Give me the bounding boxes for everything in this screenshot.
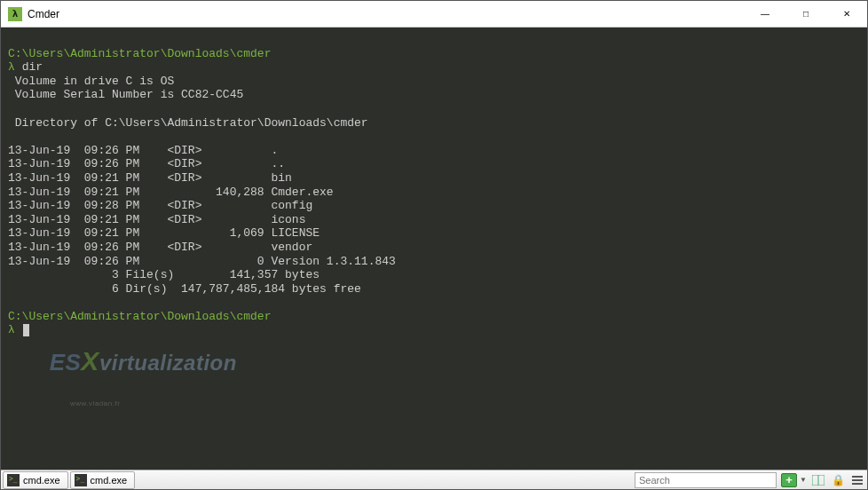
watermark-sub: www.vladan.fr bbox=[70, 399, 237, 408]
titlebar: λ Cmder — □ ✕ bbox=[1, 1, 867, 28]
tab-label: cmd.exe bbox=[91, 475, 128, 486]
lock-icon[interactable]: 🔒 bbox=[829, 471, 847, 489]
terminal-icon bbox=[7, 474, 20, 486]
dir-row: 13-Jun-19 09:26 PM 0 Version 1.3.11.843 bbox=[8, 255, 396, 268]
statusbar: cmd.exe cmd.exe + ▼ 🔒 bbox=[1, 470, 867, 489]
window-controls: — □ ✕ bbox=[745, 1, 867, 27]
tab-label: cmd.exe bbox=[23, 475, 60, 486]
summary-files: 3 File(s) 141,357 bytes bbox=[8, 268, 320, 281]
dir-row: 13-Jun-19 09:28 PM <DIR> config bbox=[8, 199, 312, 212]
menu-button[interactable] bbox=[848, 471, 866, 489]
split-button[interactable] bbox=[809, 471, 827, 489]
prompt-path: C:\Users\Administrator\Downloads\cmder bbox=[8, 47, 271, 60]
search-input[interactable] bbox=[635, 472, 777, 488]
new-tab-dropdown[interactable]: ▼ bbox=[799, 471, 808, 489]
prompt-path: C:\Users\Administrator\Downloads\cmder bbox=[8, 310, 271, 323]
cursor bbox=[23, 324, 29, 336]
directory-of-line: Directory of C:\Users\Administrator\Down… bbox=[8, 116, 368, 130]
prompt-symbol: λ bbox=[8, 323, 15, 336]
new-tab-button[interactable]: + bbox=[781, 473, 797, 487]
tab-cmd-1[interactable]: cmd.exe bbox=[3, 471, 68, 489]
terminal-icon bbox=[75, 474, 87, 486]
app-icon: λ bbox=[8, 7, 22, 21]
dir-row: 13-Jun-19 09:26 PM <DIR> .. bbox=[8, 157, 285, 170]
terminal[interactable]: C:\Users\Administrator\Downloads\cmder λ… bbox=[1, 28, 867, 470]
volume-line: Volume in drive C is OS bbox=[8, 75, 174, 88]
serial-line: Volume Serial Number is CC82-CC45 bbox=[8, 88, 243, 101]
close-button[interactable]: ✕ bbox=[826, 1, 867, 27]
maximize-button[interactable]: □ bbox=[785, 1, 826, 27]
dir-row: 13-Jun-19 09:26 PM <DIR> vendor bbox=[8, 241, 312, 254]
watermark: ESXvirtualization www.vladan.fr bbox=[24, 320, 237, 459]
prompt-symbol: λ bbox=[8, 60, 15, 74]
summary-dirs: 6 Dir(s) 147,787,485,184 bytes free bbox=[8, 282, 361, 296]
dir-row: 13-Jun-19 09:21 PM 140,288 Cmder.exe bbox=[8, 186, 334, 199]
command-text: dir bbox=[22, 60, 43, 74]
minimize-button[interactable]: — bbox=[745, 1, 785, 27]
dir-row: 13-Jun-19 09:21 PM <DIR> bin bbox=[8, 171, 292, 185]
dir-row: 13-Jun-19 09:21 PM 1,069 LICENSE bbox=[8, 226, 320, 240]
watermark-rest: virtualization bbox=[99, 351, 237, 375]
watermark-es: ES bbox=[50, 349, 82, 375]
tab-cmd-2[interactable]: cmd.exe bbox=[70, 471, 136, 489]
dir-row: 13-Jun-19 09:21 PM <DIR> icons bbox=[8, 213, 305, 226]
dir-row: 13-Jun-19 09:26 PM <DIR> . bbox=[8, 144, 278, 157]
watermark-x: X bbox=[81, 346, 99, 375]
window-title: Cmder bbox=[28, 8, 745, 20]
